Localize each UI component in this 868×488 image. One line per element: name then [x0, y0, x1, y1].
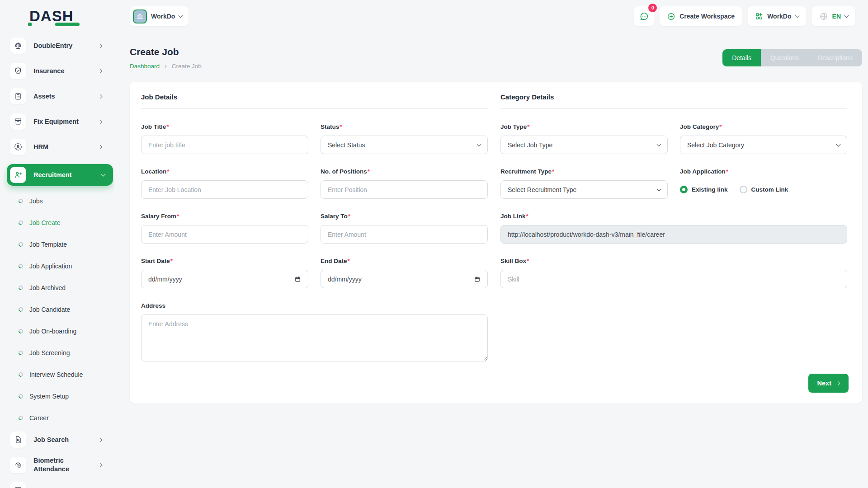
salary-from-field: Salary From*	[141, 213, 308, 244]
submenu-label: System Setup	[29, 393, 69, 400]
submenu-label: Jobs	[29, 197, 43, 205]
submenu-label: Job Template	[29, 241, 67, 248]
chevron-right-icon	[98, 145, 103, 149]
step-tabs: Details Questions Descriptions	[722, 49, 862, 66]
status-select[interactable]: Select Status	[321, 136, 488, 154]
submenu-item-interview-schedule[interactable]: Interview Schedule	[0, 364, 114, 385]
required-marker: *	[552, 168, 554, 175]
positions-label: No. of Positions*	[321, 168, 488, 175]
address-field: Address	[141, 302, 488, 363]
chevron-right-icon	[98, 437, 103, 442]
chevron-right-icon	[836, 381, 840, 385]
required-marker: *	[527, 258, 529, 264]
sidebar-item-assets[interactable]: Assets	[10, 88, 102, 104]
job-type-label: Job Type*	[500, 123, 668, 130]
sidebar-item-hrm[interactable]: HRM	[10, 139, 102, 155]
bullet-icon	[18, 415, 24, 421]
sidebar-item-fix-equipment[interactable]: Fix Equipment	[10, 113, 102, 130]
address-textarea[interactable]	[141, 314, 488, 361]
calendar-icon	[474, 276, 481, 282]
address-label: Address	[141, 302, 488, 309]
app-logo[interactable]: DASH	[0, 8, 114, 25]
archive-box-icon	[10, 113, 26, 130]
job-link-input[interactable]	[500, 225, 847, 244]
app-dropdown-button[interactable]: WorkDo	[748, 6, 806, 26]
job-application-field: Job Application* Existing link Custom Li…	[680, 168, 847, 199]
radio-dot-icon	[740, 186, 747, 193]
messages-button[interactable]: 0	[634, 6, 654, 26]
hrm-person-icon	[10, 139, 26, 155]
job-category-field: Job Category* Select Job Category	[680, 123, 847, 154]
create-workspace-button[interactable]: Create Workspace	[660, 6, 742, 26]
submenu-item-job-candidate[interactable]: Job Candidate	[0, 299, 114, 320]
submenu-item-job-application[interactable]: Job Application	[0, 255, 114, 277]
logo-text: DASH	[29, 8, 74, 24]
positions-input[interactable]	[321, 180, 488, 199]
positions-field: No. of Positions*	[321, 168, 488, 199]
submenu-item-job-template[interactable]: Job Template	[0, 234, 114, 255]
sidebar-item-doubleentry[interactable]: DoubleEntry	[10, 38, 102, 54]
sidebar-item-biometric-attendance[interactable]: Biometric Attendance	[10, 457, 102, 473]
sidebar-item-insurance[interactable]: Insurance	[10, 63, 102, 79]
location-input[interactable]	[141, 180, 308, 199]
end-date-input[interactable]: dd/mm/yyyy	[321, 270, 488, 288]
tab-descriptions[interactable]: Descriptions	[808, 49, 862, 66]
bullet-icon	[18, 328, 24, 334]
required-marker: *	[166, 123, 169, 130]
status-select-value: Select Status	[328, 141, 365, 149]
chevron-down-icon	[844, 14, 849, 18]
required-marker: *	[719, 123, 722, 130]
chat-icon	[639, 12, 649, 21]
category-details-section: Category Details Job Type* Select Job Ty…	[500, 93, 847, 377]
sidebar-item-label: HRM	[33, 143, 48, 150]
salary-from-label: Salary From*	[141, 213, 308, 220]
recruitment-type-select[interactable]: Select Recruitment Type	[500, 180, 668, 199]
sidebar-item-label: Recruitment	[33, 171, 72, 178]
submenu-item-job-onboarding[interactable]: Job On-boarding	[0, 320, 114, 342]
logo-dot	[28, 23, 32, 26]
next-button[interactable]: Next	[808, 374, 849, 393]
salary-from-input[interactable]	[141, 225, 308, 244]
chevron-down-icon	[657, 142, 661, 146]
existing-link-label: Existing link	[692, 186, 728, 193]
bullet-icon	[18, 350, 24, 356]
breadcrumb-dashboard-link[interactable]: Dashboard	[130, 63, 160, 70]
end-date-field: End Date* dd/mm/yyyy	[321, 258, 488, 288]
chevron-down-icon	[836, 142, 841, 146]
existing-link-radio[interactable]: Existing link	[680, 186, 728, 193]
recruitment-submenu: Jobs Job Create Job Template Job Applica…	[0, 190, 114, 429]
submenu-item-system-setup[interactable]: System Setup	[0, 385, 114, 407]
workspace-switcher[interactable]: WorkDo	[130, 6, 189, 26]
submenu-item-career[interactable]: Career	[0, 407, 114, 429]
required-marker: *	[167, 168, 169, 175]
job-type-select[interactable]: Select Job Type	[500, 136, 668, 154]
chevron-right-icon	[98, 463, 103, 467]
job-title-input[interactable]	[141, 136, 308, 154]
submenu-item-job-screening[interactable]: Job Screening	[0, 342, 114, 364]
submenu-item-job-archived[interactable]: Job Archived	[0, 277, 114, 299]
language-selector[interactable]: EN	[812, 6, 855, 26]
status-field: Status* Select Status	[321, 123, 488, 154]
location-field: Location*	[141, 168, 308, 199]
job-link-field: Job Link*	[500, 213, 847, 244]
required-marker: *	[368, 168, 370, 175]
start-date-input[interactable]: dd/mm/yyyy	[141, 270, 308, 288]
submenu-label: Job Archived	[29, 284, 66, 291]
skill-input[interactable]	[500, 270, 847, 288]
salary-to-label: Salary To*	[321, 213, 488, 220]
custom-link-radio[interactable]: Custom Link	[740, 186, 788, 193]
bullet-icon	[18, 285, 24, 291]
percent-doc-icon	[10, 482, 26, 488]
submenu-item-jobs[interactable]: Jobs	[0, 190, 114, 212]
status-label: Status*	[321, 123, 488, 130]
tab-details[interactable]: Details	[722, 49, 761, 66]
job-category-select[interactable]: Select Job Category	[680, 136, 847, 154]
sidebar-item-procurement[interactable]: Procurement	[10, 482, 102, 488]
sidebar-item-job-search[interactable]: Job Search	[10, 432, 102, 448]
submenu-item-job-create[interactable]: Job Create	[0, 212, 114, 234]
salary-to-input[interactable]	[321, 225, 488, 244]
chevron-right-icon	[98, 69, 103, 73]
end-date-label: End Date*	[321, 258, 488, 264]
tab-questions[interactable]: Questions	[761, 49, 808, 66]
sidebar-item-recruitment[interactable]: Recruitment	[7, 164, 113, 186]
